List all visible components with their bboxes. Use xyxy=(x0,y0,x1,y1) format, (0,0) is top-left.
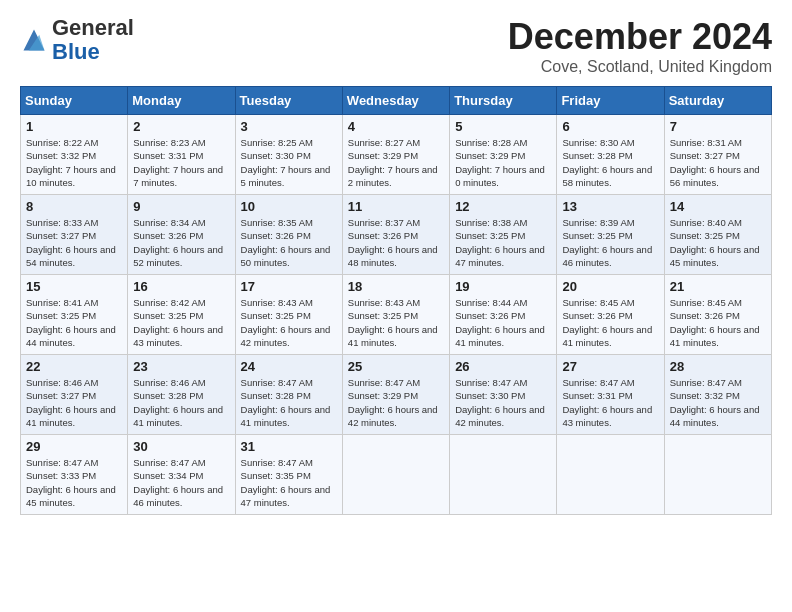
calendar-cell: 17Sunrise: 8:43 AMSunset: 3:25 PMDayligh… xyxy=(235,275,342,355)
day-number: 9 xyxy=(133,199,229,214)
day-number: 6 xyxy=(562,119,658,134)
calendar-cell: 6Sunrise: 8:30 AMSunset: 3:28 PMDaylight… xyxy=(557,115,664,195)
calendar-cell: 15Sunrise: 8:41 AMSunset: 3:25 PMDayligh… xyxy=(21,275,128,355)
day-number: 21 xyxy=(670,279,766,294)
day-number: 19 xyxy=(455,279,551,294)
calendar-cell: 19Sunrise: 8:44 AMSunset: 3:26 PMDayligh… xyxy=(450,275,557,355)
day-info: Sunrise: 8:40 AMSunset: 3:25 PMDaylight:… xyxy=(670,216,766,269)
calendar-cell: 7Sunrise: 8:31 AMSunset: 3:27 PMDaylight… xyxy=(664,115,771,195)
calendar-week-row: 15Sunrise: 8:41 AMSunset: 3:25 PMDayligh… xyxy=(21,275,772,355)
day-number: 3 xyxy=(241,119,337,134)
calendar-cell: 11Sunrise: 8:37 AMSunset: 3:26 PMDayligh… xyxy=(342,195,449,275)
day-info: Sunrise: 8:25 AMSunset: 3:30 PMDaylight:… xyxy=(241,136,337,189)
day-info: Sunrise: 8:42 AMSunset: 3:25 PMDaylight:… xyxy=(133,296,229,349)
day-number: 27 xyxy=(562,359,658,374)
day-number: 26 xyxy=(455,359,551,374)
day-number: 24 xyxy=(241,359,337,374)
day-number: 25 xyxy=(348,359,444,374)
day-info: Sunrise: 8:43 AMSunset: 3:25 PMDaylight:… xyxy=(241,296,337,349)
day-number: 29 xyxy=(26,439,122,454)
day-info: Sunrise: 8:45 AMSunset: 3:26 PMDaylight:… xyxy=(670,296,766,349)
day-number: 16 xyxy=(133,279,229,294)
logo-blue-text: Blue xyxy=(52,39,100,64)
calendar-cell: 14Sunrise: 8:40 AMSunset: 3:25 PMDayligh… xyxy=(664,195,771,275)
calendar-week-row: 29Sunrise: 8:47 AMSunset: 3:33 PMDayligh… xyxy=(21,435,772,515)
day-number: 20 xyxy=(562,279,658,294)
header-wednesday: Wednesday xyxy=(342,87,449,115)
day-info: Sunrise: 8:47 AMSunset: 3:29 PMDaylight:… xyxy=(348,376,444,429)
calendar-cell: 16Sunrise: 8:42 AMSunset: 3:25 PMDayligh… xyxy=(128,275,235,355)
calendar-cell: 13Sunrise: 8:39 AMSunset: 3:25 PMDayligh… xyxy=(557,195,664,275)
day-info: Sunrise: 8:41 AMSunset: 3:25 PMDaylight:… xyxy=(26,296,122,349)
calendar-cell: 1Sunrise: 8:22 AMSunset: 3:32 PMDaylight… xyxy=(21,115,128,195)
logo-general-text: General xyxy=(52,15,134,40)
calendar-cell xyxy=(342,435,449,515)
day-number: 10 xyxy=(241,199,337,214)
day-number: 5 xyxy=(455,119,551,134)
day-number: 18 xyxy=(348,279,444,294)
calendar-cell: 28Sunrise: 8:47 AMSunset: 3:32 PMDayligh… xyxy=(664,355,771,435)
day-info: Sunrise: 8:38 AMSunset: 3:25 PMDaylight:… xyxy=(455,216,551,269)
day-info: Sunrise: 8:22 AMSunset: 3:32 PMDaylight:… xyxy=(26,136,122,189)
day-info: Sunrise: 8:39 AMSunset: 3:25 PMDaylight:… xyxy=(562,216,658,269)
day-number: 8 xyxy=(26,199,122,214)
calendar-cell: 12Sunrise: 8:38 AMSunset: 3:25 PMDayligh… xyxy=(450,195,557,275)
day-info: Sunrise: 8:37 AMSunset: 3:26 PMDaylight:… xyxy=(348,216,444,269)
calendar-week-row: 8Sunrise: 8:33 AMSunset: 3:27 PMDaylight… xyxy=(21,195,772,275)
day-info: Sunrise: 8:46 AMSunset: 3:27 PMDaylight:… xyxy=(26,376,122,429)
day-number: 15 xyxy=(26,279,122,294)
day-number: 11 xyxy=(348,199,444,214)
calendar-cell: 9Sunrise: 8:34 AMSunset: 3:26 PMDaylight… xyxy=(128,195,235,275)
calendar-cell: 4Sunrise: 8:27 AMSunset: 3:29 PMDaylight… xyxy=(342,115,449,195)
day-info: Sunrise: 8:34 AMSunset: 3:26 PMDaylight:… xyxy=(133,216,229,269)
logo-icon xyxy=(20,26,48,54)
page-header: General Blue December 2024 Cove, Scotlan… xyxy=(20,16,772,76)
day-info: Sunrise: 8:33 AMSunset: 3:27 PMDaylight:… xyxy=(26,216,122,269)
calendar-cell: 26Sunrise: 8:47 AMSunset: 3:30 PMDayligh… xyxy=(450,355,557,435)
calendar-cell xyxy=(664,435,771,515)
calendar-cell: 18Sunrise: 8:43 AMSunset: 3:25 PMDayligh… xyxy=(342,275,449,355)
header-monday: Monday xyxy=(128,87,235,115)
day-info: Sunrise: 8:47 AMSunset: 3:33 PMDaylight:… xyxy=(26,456,122,509)
day-number: 12 xyxy=(455,199,551,214)
calendar-header-row: Sunday Monday Tuesday Wednesday Thursday… xyxy=(21,87,772,115)
day-number: 30 xyxy=(133,439,229,454)
calendar-cell: 2Sunrise: 8:23 AMSunset: 3:31 PMDaylight… xyxy=(128,115,235,195)
calendar-cell: 10Sunrise: 8:35 AMSunset: 3:26 PMDayligh… xyxy=(235,195,342,275)
calendar-cell: 27Sunrise: 8:47 AMSunset: 3:31 PMDayligh… xyxy=(557,355,664,435)
day-number: 23 xyxy=(133,359,229,374)
day-number: 31 xyxy=(241,439,337,454)
header-tuesday: Tuesday xyxy=(235,87,342,115)
calendar-cell: 29Sunrise: 8:47 AMSunset: 3:33 PMDayligh… xyxy=(21,435,128,515)
location-subtitle: Cove, Scotland, United Kingdom xyxy=(508,58,772,76)
calendar-cell: 22Sunrise: 8:46 AMSunset: 3:27 PMDayligh… xyxy=(21,355,128,435)
logo: General Blue xyxy=(20,16,134,64)
day-info: Sunrise: 8:47 AMSunset: 3:35 PMDaylight:… xyxy=(241,456,337,509)
header-sunday: Sunday xyxy=(21,87,128,115)
day-info: Sunrise: 8:47 AMSunset: 3:28 PMDaylight:… xyxy=(241,376,337,429)
day-info: Sunrise: 8:47 AMSunset: 3:30 PMDaylight:… xyxy=(455,376,551,429)
header-saturday: Saturday xyxy=(664,87,771,115)
calendar-cell: 25Sunrise: 8:47 AMSunset: 3:29 PMDayligh… xyxy=(342,355,449,435)
calendar-cell: 24Sunrise: 8:47 AMSunset: 3:28 PMDayligh… xyxy=(235,355,342,435)
calendar-table: Sunday Monday Tuesday Wednesday Thursday… xyxy=(20,86,772,515)
day-number: 4 xyxy=(348,119,444,134)
calendar-week-row: 22Sunrise: 8:46 AMSunset: 3:27 PMDayligh… xyxy=(21,355,772,435)
day-info: Sunrise: 8:47 AMSunset: 3:31 PMDaylight:… xyxy=(562,376,658,429)
calendar-cell: 31Sunrise: 8:47 AMSunset: 3:35 PMDayligh… xyxy=(235,435,342,515)
day-info: Sunrise: 8:47 AMSunset: 3:34 PMDaylight:… xyxy=(133,456,229,509)
calendar-cell: 20Sunrise: 8:45 AMSunset: 3:26 PMDayligh… xyxy=(557,275,664,355)
calendar-cell xyxy=(557,435,664,515)
header-thursday: Thursday xyxy=(450,87,557,115)
calendar-cell: 21Sunrise: 8:45 AMSunset: 3:26 PMDayligh… xyxy=(664,275,771,355)
header-friday: Friday xyxy=(557,87,664,115)
day-info: Sunrise: 8:46 AMSunset: 3:28 PMDaylight:… xyxy=(133,376,229,429)
day-number: 28 xyxy=(670,359,766,374)
day-info: Sunrise: 8:23 AMSunset: 3:31 PMDaylight:… xyxy=(133,136,229,189)
calendar-cell: 8Sunrise: 8:33 AMSunset: 3:27 PMDaylight… xyxy=(21,195,128,275)
day-info: Sunrise: 8:30 AMSunset: 3:28 PMDaylight:… xyxy=(562,136,658,189)
day-info: Sunrise: 8:27 AMSunset: 3:29 PMDaylight:… xyxy=(348,136,444,189)
calendar-cell: 23Sunrise: 8:46 AMSunset: 3:28 PMDayligh… xyxy=(128,355,235,435)
day-number: 13 xyxy=(562,199,658,214)
day-info: Sunrise: 8:45 AMSunset: 3:26 PMDaylight:… xyxy=(562,296,658,349)
